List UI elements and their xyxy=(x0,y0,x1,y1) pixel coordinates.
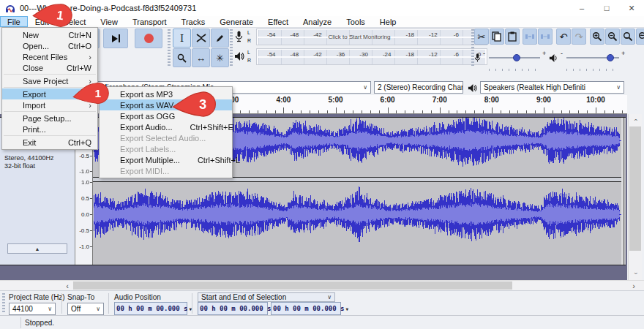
file-menu-item-recent-files[interactable]: Recent Files› xyxy=(2,51,97,62)
timeline-tick xyxy=(310,110,310,113)
timeline-tick xyxy=(344,110,345,113)
file-menu-item-new[interactable]: NewCtrl+N xyxy=(2,29,97,40)
timeline-label: 10:00 xyxy=(586,96,605,104)
timeline-tick xyxy=(440,107,441,113)
menu-shortcut: Ctrl+W xyxy=(49,64,91,72)
cut-button[interactable]: ✂ xyxy=(474,29,489,45)
undo-button[interactable]: ↶ xyxy=(556,29,571,45)
project-rate-select[interactable]: 44100 ∨ xyxy=(9,303,56,315)
meter-tick-label: -54 xyxy=(267,31,276,38)
menu-item-transport[interactable]: Transport xyxy=(125,16,174,27)
recording-volume-thumb[interactable] xyxy=(513,54,520,61)
timeline-tick xyxy=(578,110,579,113)
timeline-tick xyxy=(613,110,614,113)
playback-volume-thumb[interactable] xyxy=(607,54,614,61)
recording-meter[interactable]: LR -54-48-42-18-12-60Click to Start Moni… xyxy=(233,28,468,46)
audio-position-field[interactable]: 00 h 00 m 00.000 s ▼ xyxy=(114,302,187,315)
scroll-up-arrow[interactable]: ‹ xyxy=(629,114,642,126)
callout-3-export-wav: 3 xyxy=(157,90,235,118)
selection-tool-button[interactable]: I xyxy=(173,29,191,48)
zoom-fit-button[interactable] xyxy=(636,29,644,45)
horizontal-scrollbar[interactable]: ‹ › xyxy=(0,280,644,290)
paste-button[interactable] xyxy=(505,29,520,45)
menu-item-view[interactable]: View xyxy=(93,16,125,27)
silence-audio-button[interactable] xyxy=(538,29,553,45)
microphone-icon xyxy=(235,31,243,42)
export-menu-item-export-multiple[interactable]: Export Multiple...Ctrl+Shift+L xyxy=(100,154,232,165)
click-to-start-monitoring-text[interactable]: Click to Start Monitoring xyxy=(329,34,391,40)
menu-item-label: Import xyxy=(23,101,45,110)
menu-item-help[interactable]: Help xyxy=(372,16,404,27)
recording-channels-select[interactable]: 2 (Stereo) Recording Chan ∨ xyxy=(374,81,463,94)
timeline-tick xyxy=(379,110,380,113)
timeline-tick xyxy=(353,110,353,113)
redo-button[interactable]: ↷ xyxy=(572,29,586,45)
snap-to-select[interactable]: Off ∨ xyxy=(67,303,104,315)
selection-start-field[interactable]: 00 h 00 m 00.000 s ▼ xyxy=(198,302,268,315)
menu-item-file[interactable]: File xyxy=(0,16,28,27)
edit-toolbar: ✂↶↷ xyxy=(474,29,628,48)
timeline-tick xyxy=(474,110,475,113)
meter-right-label: R xyxy=(247,37,251,45)
vertical-scrollbar[interactable]: ‹ › xyxy=(628,114,642,280)
amplitude-scale-tick xyxy=(90,246,92,247)
timeline-label: 8:00 xyxy=(484,96,499,104)
close-button[interactable]: × xyxy=(619,0,644,16)
zoom-in-button[interactable] xyxy=(590,29,604,45)
timeline-tick xyxy=(396,110,397,113)
multi-tool-button[interactable]: ✳ xyxy=(211,48,229,67)
recording-volume-slider[interactable] xyxy=(489,57,540,58)
chevron-down-icon: ∨ xyxy=(43,306,52,312)
selection-end-field[interactable]: 00 h 00 m 00.000 s ▼ xyxy=(271,302,341,315)
copy-button[interactable] xyxy=(490,29,504,45)
minimize-button[interactable]: – xyxy=(569,0,594,16)
scroll-down-arrow[interactable]: › xyxy=(629,268,642,279)
vertical-scroll-thumb[interactable] xyxy=(629,126,641,251)
menu-item-analyze[interactable]: Analyze xyxy=(296,16,339,27)
file-menu-item-exit[interactable]: ExitCtrl+Q xyxy=(2,137,97,148)
playback-volume-slider[interactable] xyxy=(566,57,619,58)
timeline-tick xyxy=(362,110,362,113)
timeline-tick xyxy=(544,107,544,113)
file-menu-item-print[interactable]: Print... xyxy=(2,124,97,135)
selection-mode-select[interactable]: Start and End of Selection ∨ xyxy=(198,292,335,302)
record-button[interactable] xyxy=(135,29,162,48)
scroll-left-arrow[interactable]: ‹ xyxy=(61,281,73,290)
menu-item-tracks[interactable]: Tracks xyxy=(174,16,213,27)
amplitude-scale-tick xyxy=(90,182,92,183)
time-shift-tool-button[interactable]: ↔ xyxy=(192,48,210,67)
menu-item-tools[interactable]: Tools xyxy=(339,16,372,27)
draw-tool-button[interactable] xyxy=(211,29,229,48)
dropdown-arrow-icon: ▼ xyxy=(346,306,349,311)
timeline-tick xyxy=(509,110,510,113)
export-menu-item-export-audio[interactable]: Export Audio...Ctrl+Shift+E xyxy=(100,121,232,132)
menu-item-label: Export Multiple... xyxy=(120,156,180,164)
scroll-right-arrow[interactable]: › xyxy=(628,281,640,290)
envelope-tool-button[interactable] xyxy=(192,29,210,48)
time-shift-tool-icon: ↔ xyxy=(196,53,206,63)
undo-icon: ↶ xyxy=(560,32,568,42)
horizontal-scroll-thumb[interactable] xyxy=(73,281,512,290)
timeline-tick xyxy=(596,107,596,113)
skip-to-end-button[interactable] xyxy=(103,29,128,48)
menu-item-generate[interactable]: Generate xyxy=(212,16,261,27)
zoom-out-button[interactable] xyxy=(605,29,620,45)
zoom-selection-button[interactable] xyxy=(621,29,635,45)
svg-text:3: 3 xyxy=(199,97,206,112)
zoom-tool-button[interactable] xyxy=(173,48,191,67)
menu-item-label: Exit xyxy=(23,138,36,147)
file-menu-item-page-setup[interactable]: Page Setup... xyxy=(2,113,97,124)
timeline-tick xyxy=(405,110,405,113)
multi-tool-icon: ✳ xyxy=(216,53,224,63)
maximize-button[interactable]: □ xyxy=(594,0,619,16)
timeline-tick xyxy=(465,110,466,113)
timeline-tick xyxy=(370,110,371,113)
recording-volume-mic-icon xyxy=(474,53,481,64)
file-menu-item-close[interactable]: CloseCtrl+W xyxy=(2,62,97,73)
track-collapse-button[interactable]: ▲ xyxy=(7,243,67,254)
playback-device-select[interactable]: Speakers (Realtek High Definiti ∨ xyxy=(480,81,624,94)
file-menu-item-open[interactable]: Open...Ctrl+O xyxy=(2,40,97,51)
menu-item-effect[interactable]: Effect xyxy=(261,16,296,27)
trim-audio-button[interactable] xyxy=(523,29,537,45)
meter-tick-label: -24 xyxy=(383,51,392,58)
